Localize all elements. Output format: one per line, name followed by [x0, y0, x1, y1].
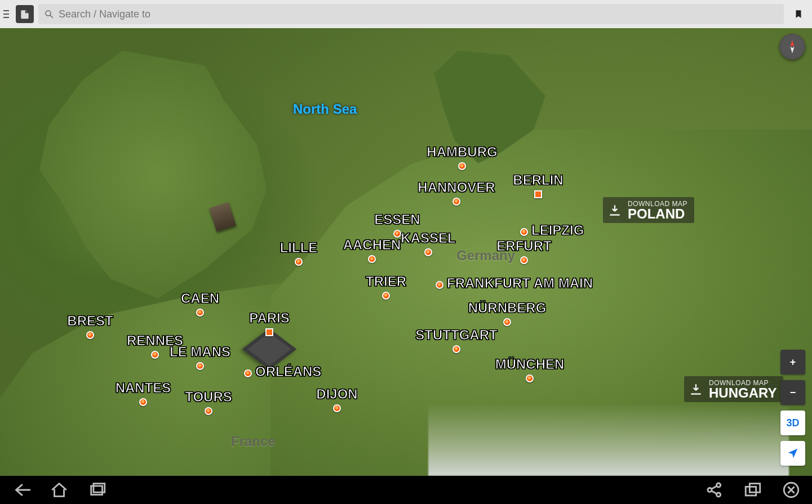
city-marker[interactable]: LILLE	[295, 258, 303, 266]
city-dot-icon	[295, 258, 303, 266]
city-label: BREST	[67, 313, 113, 329]
search-input[interactable]	[59, 8, 778, 20]
zoom-in-button[interactable]: +	[780, 350, 805, 374]
city-square-icon	[534, 190, 542, 198]
city-label: DIJON	[316, 386, 357, 402]
city-dot-icon	[205, 407, 212, 415]
svg-rect-10	[749, 484, 760, 493]
city-marker[interactable]: ORLÉANS	[244, 369, 252, 377]
back-button[interactable]	[11, 480, 30, 499]
alps-highlight	[428, 403, 789, 476]
city-label: CAEN	[181, 291, 219, 306]
city-label: MÜNCHEN	[495, 356, 565, 372]
city-marker[interactable]: AACHEN	[368, 255, 376, 263]
city-dot-icon	[526, 374, 534, 382]
city-marker[interactable]: MÜNCHEN	[526, 374, 534, 382]
download-chip-caption: DOWNLOAD MAP	[628, 200, 687, 207]
city-marker[interactable]: STUTTGART	[452, 345, 460, 353]
landmass-uk	[39, 51, 276, 298]
city-label: LILLE	[280, 240, 318, 256]
home-button[interactable]	[50, 480, 69, 499]
country-label: France	[231, 434, 276, 449]
city-marker[interactable]: HAMBURG	[458, 162, 466, 170]
recent-icon	[88, 480, 107, 499]
download-icon	[689, 382, 703, 397]
multiwindow-button[interactable]	[743, 480, 762, 499]
back-icon	[11, 480, 30, 499]
download-map-chip[interactable]: DOWNLOAD MAPPOLAND	[603, 197, 694, 223]
city-dot-icon	[503, 318, 511, 326]
city-label: STUTTGART	[415, 327, 497, 343]
city-label: ESSEN	[374, 212, 420, 228]
view-mode-button[interactable]: 3D	[780, 411, 805, 435]
city-label: ORLÉANS	[255, 364, 321, 380]
download-icon	[607, 203, 622, 218]
city-label: NÜRNBERG	[468, 300, 547, 316]
city-label: HANNOVER	[418, 180, 495, 195]
city-dot-icon	[452, 345, 460, 353]
svg-marker-3	[791, 47, 795, 53]
city-dot-icon	[393, 230, 401, 238]
city-marker[interactable]: TRIER	[382, 292, 390, 300]
city-dot-icon	[436, 281, 443, 289]
sea-label: North Sea	[293, 101, 357, 117]
location-arrow-icon	[787, 447, 799, 460]
city-marker[interactable]: CAEN	[196, 309, 204, 316]
app-logo[interactable]	[16, 5, 34, 23]
city-marker[interactable]: LE MANS	[196, 362, 204, 370]
city-marker[interactable]: HANNOVER	[452, 198, 460, 206]
city-label: AACHEN	[343, 237, 401, 253]
city-marker[interactable]: BERLIN	[534, 190, 542, 198]
city-dot-icon	[520, 228, 528, 236]
close-circle-icon	[782, 480, 801, 499]
city-marker[interactable]: LEIPZIG	[520, 228, 528, 236]
city-marker[interactable]: FRANKFURT AM MAIN	[436, 281, 443, 289]
city-dot-icon	[196, 309, 204, 316]
city-marker[interactable]: RENNES	[151, 351, 159, 359]
download-map-chip[interactable]: DOWNLOAD MAPHUNGARY	[684, 376, 783, 402]
menu-icon[interactable]	[3, 0, 11, 28]
city-marker[interactable]: ERFURT	[520, 256, 528, 264]
bookmark-button[interactable]	[788, 4, 809, 24]
city-marker[interactable]: DIJON	[333, 404, 341, 412]
city-label: HAMBURG	[427, 144, 497, 160]
download-chip-region: POLAND	[628, 207, 687, 221]
city-dot-icon	[368, 255, 376, 263]
map-canvas[interactable]: North Sea GermanyFrance HAMBURGBERLINHAN…	[0, 28, 812, 476]
city-label: BERLIN	[513, 172, 563, 188]
city-dot-icon	[244, 369, 252, 377]
search-box[interactable]	[38, 4, 784, 24]
locate-me-button[interactable]	[780, 441, 805, 466]
recent-apps-button[interactable]	[88, 480, 107, 499]
bookmark-icon	[793, 8, 804, 20]
city-marker[interactable]: NÜRNBERG	[503, 318, 511, 326]
top-toolbar	[0, 0, 812, 28]
close-button[interactable]	[782, 480, 801, 499]
city-label: PARIS	[249, 310, 290, 326]
share-button[interactable]	[705, 480, 724, 499]
compass-button[interactable]	[779, 34, 805, 60]
map-side-controls: + − 3D	[780, 350, 805, 466]
zoom-out-button[interactable]: −	[780, 380, 805, 405]
city-dot-icon	[151, 351, 159, 359]
city-dot-icon	[333, 404, 341, 412]
city-dot-icon	[424, 248, 432, 256]
city-label: ERFURT	[496, 238, 551, 254]
city-label: TRIER	[366, 274, 406, 289]
city-marker[interactable]: ESSEN	[393, 230, 401, 238]
city-label: NANTES	[116, 380, 171, 396]
share-icon	[705, 480, 724, 499]
download-chip-caption: DOWNLOAD MAP	[709, 380, 776, 386]
city-marker[interactable]: KASSEL	[424, 248, 432, 256]
city-marker[interactable]: BREST	[86, 331, 94, 339]
city-marker[interactable]: NANTES	[139, 398, 147, 406]
city-dot-icon	[452, 198, 460, 206]
city-marker[interactable]: PARIS	[265, 328, 273, 336]
city-dot-icon	[196, 362, 204, 370]
svg-rect-9	[746, 487, 756, 496]
city-dot-icon	[382, 292, 390, 300]
compass-icon	[784, 39, 800, 55]
city-marker[interactable]: TOURS	[205, 407, 212, 415]
svg-marker-2	[791, 40, 795, 47]
city-dot-icon	[139, 398, 147, 406]
